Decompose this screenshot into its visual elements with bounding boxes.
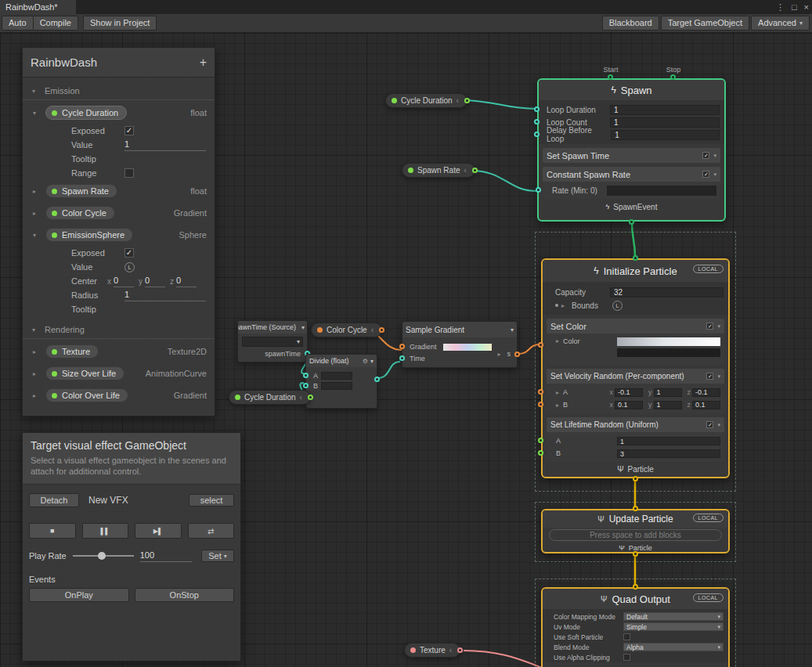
update-output-port[interactable] (633, 551, 638, 557)
target-gameobject-toggle-button[interactable]: Target GameObject (661, 16, 749, 31)
stop-button[interactable]: ■ (29, 523, 76, 539)
param-size-over-life[interactable]: ▸ Size Over Life AnimationCurve (23, 362, 215, 384)
divide-a-field[interactable] (321, 372, 352, 380)
chevron-right-icon[interactable]: ▸ (33, 392, 40, 399)
initialize-input-port[interactable] (633, 255, 638, 261)
delay-before-loop-port[interactable] (534, 132, 540, 137)
tab-rainbwdash[interactable]: RainbwDash* (0, 0, 76, 14)
velocity-a-z-field[interactable]: -0.1 (692, 388, 720, 397)
panel-menu-icon[interactable]: ⋮ (776, 2, 785, 13)
spawn-stop-port[interactable] (670, 74, 676, 80)
blend-mode-select[interactable]: Alpha ▾ (623, 643, 724, 651)
onplay-button[interactable]: OnPlay (29, 588, 129, 602)
blackboard-toggle-button[interactable]: Blackboard (602, 16, 659, 31)
color-port[interactable] (538, 342, 543, 348)
onstop-button[interactable]: OnStop (135, 588, 235, 602)
pause-button[interactable]: ▌▌ (82, 523, 129, 539)
bounds-link-icon[interactable]: L (612, 301, 623, 311)
category-rendering[interactable]: ▾ Rendering (23, 316, 215, 337)
add-blocks-placeholder[interactable]: Press space to add blocks (549, 529, 722, 541)
capacity-field[interactable]: 32 (610, 287, 724, 297)
sample-gradient-output-port[interactable] (514, 352, 520, 357)
spawntime-node-header[interactable]: spawnTime (Source) ▾ (238, 321, 307, 334)
param-pill-spawn-rate[interactable]: Spawn Rate ‹ (402, 163, 475, 178)
set-color-block[interactable]: Set Color ✓ ▾ ▸ Color (547, 319, 724, 365)
velocity-b-z-field[interactable]: 0.1 (692, 401, 720, 409)
param-pill-color-cycle[interactable]: Color Cycle ‹ (311, 323, 382, 337)
initialize-node-header[interactable]: ϟ Initialize Particle LOCAL (543, 260, 728, 282)
set-lifetime-block[interactable]: Set Lifetime Random (Uniform) ✓ ▾ A 1 B … (547, 417, 724, 462)
use-soft-particle-checkbox[interactable] (623, 633, 630, 640)
quad-input-port[interactable] (633, 584, 638, 589)
velocity-a-port[interactable] (538, 389, 543, 395)
lifetime-b-port[interactable] (538, 450, 543, 456)
detach-button[interactable]: Detach (29, 493, 79, 507)
velocity-b-y-field[interactable]: 1 (654, 401, 682, 409)
link-icon[interactable]: L (125, 262, 135, 272)
play-rate-slider-handle[interactable] (98, 552, 106, 560)
close-icon[interactable]: × (804, 2, 809, 12)
color-intensity-field[interactable] (617, 348, 720, 357)
play-rate-slider[interactable] (73, 555, 134, 557)
divide-node-header[interactable]: Divide (float) ⚙ ▾ (306, 355, 377, 367)
color-gradient-field[interactable] (617, 337, 720, 346)
chevron-right-icon[interactable]: ▸ (33, 188, 40, 195)
constant-spawn-rate-block[interactable]: Constant Spawn Rate ✓ ▾ Rate (Min: 0) (543, 167, 720, 199)
chevron-down-icon[interactable]: ▾ (301, 324, 305, 331)
show-in-project-button[interactable]: Show in Project (83, 16, 157, 31)
sample-gradient-operator-node[interactable]: Sample Gradient ▾ Gradient Time ▸ s (402, 321, 518, 368)
collapse-icon[interactable]: ‹ (300, 393, 302, 402)
cycle-duration-output-port[interactable] (464, 98, 470, 103)
param-color-over-life[interactable]: ▸ Color Over Life Gradient (23, 384, 215, 406)
set-spawn-time-enabled-checkbox[interactable]: ✓ (702, 152, 709, 159)
collapse-icon[interactable]: ‹ (449, 646, 452, 654)
constant-spawn-rate-enabled-checkbox[interactable]: ✓ (702, 171, 709, 178)
cycle-duration-2-output-port[interactable] (308, 395, 313, 400)
restart-button[interactable]: ⇄ (188, 523, 235, 539)
param-texture[interactable]: ▸ Texture Texture2D (23, 341, 215, 362)
chevron-down-icon[interactable]: ▾ (717, 323, 720, 330)
velocity-a-x-field[interactable]: -0.1 (615, 388, 643, 397)
chevron-right-icon[interactable]: ▸ (33, 210, 40, 217)
param-cycle-duration[interactable]: ▾ Cycle Duration float (23, 102, 215, 124)
radius-field[interactable]: 1 (125, 290, 206, 301)
param-pill-cycle-duration-2[interactable]: Cycle Duration ‹ (229, 390, 311, 405)
param-pill-texture[interactable]: Texture ‹ (404, 643, 460, 658)
update-context-node[interactable]: Ψ Update Particle LOCAL Press space to a… (541, 509, 730, 553)
param-pill-cycle-duration[interactable]: Cycle Duration ‹ (385, 93, 467, 108)
use-alpha-clipping-checkbox[interactable] (623, 654, 630, 661)
collapse-icon[interactable]: ‹ (371, 326, 374, 334)
spawn-context-node[interactable]: ϟ Spawn Loop Duration 1 Loop Count 1 Del… (537, 78, 726, 222)
chevron-down-icon[interactable]: ▾ (713, 153, 716, 159)
spawn-rate-output-port[interactable] (472, 168, 478, 173)
step-button[interactable]: ▶▌ (135, 523, 182, 539)
velocity-a-y-field[interactable]: 1 (654, 388, 682, 397)
texture-output-port[interactable] (457, 647, 463, 653)
chevron-down-icon[interactable]: ▾ (33, 232, 40, 239)
chevron-down-icon[interactable]: ▾ (717, 422, 720, 428)
category-emission[interactable]: ▾ Emission (23, 78, 215, 98)
value-field[interactable]: 1 (125, 139, 206, 151)
chevron-down-icon[interactable]: ▾ (511, 326, 514, 334)
velocity-b-x-field[interactable]: 0.1 (615, 401, 643, 409)
divide-operator-node[interactable]: Divide (float) ⚙ ▾ A B (305, 354, 377, 409)
divide-b-port[interactable] (303, 383, 309, 388)
divide-a-port[interactable] (303, 373, 309, 378)
param-spawn-rate[interactable]: ▸ Spawn Rate float (23, 180, 215, 202)
maximize-icon[interactable]: □ (792, 2, 797, 12)
select-button[interactable]: select (189, 494, 234, 507)
spawntime-operator-node[interactable]: spawnTime (Source) ▾ ▾ spawnTime (237, 320, 308, 362)
loop-duration-port[interactable] (534, 106, 540, 112)
divide-output-port[interactable] (374, 377, 380, 382)
rate-field[interactable] (607, 186, 716, 196)
spawnevent-output-port[interactable] (629, 219, 634, 225)
delay-before-loop-field[interactable]: 1 (611, 130, 720, 140)
param-color-cycle[interactable]: ▸ Color Cycle Gradient (23, 202, 215, 224)
collapse-icon[interactable]: ‹ (464, 166, 466, 175)
set-color-enabled-checkbox[interactable]: ✓ (706, 323, 713, 330)
lifetime-a-port[interactable] (538, 438, 543, 443)
chevron-down-icon[interactable]: ▾ (33, 110, 40, 117)
update-input-port[interactable] (633, 506, 638, 511)
param-emission-sphere[interactable]: ▾ EmissionSphere Sphere (23, 224, 215, 246)
set-velocity-enabled-checkbox[interactable]: ✓ (706, 373, 713, 380)
